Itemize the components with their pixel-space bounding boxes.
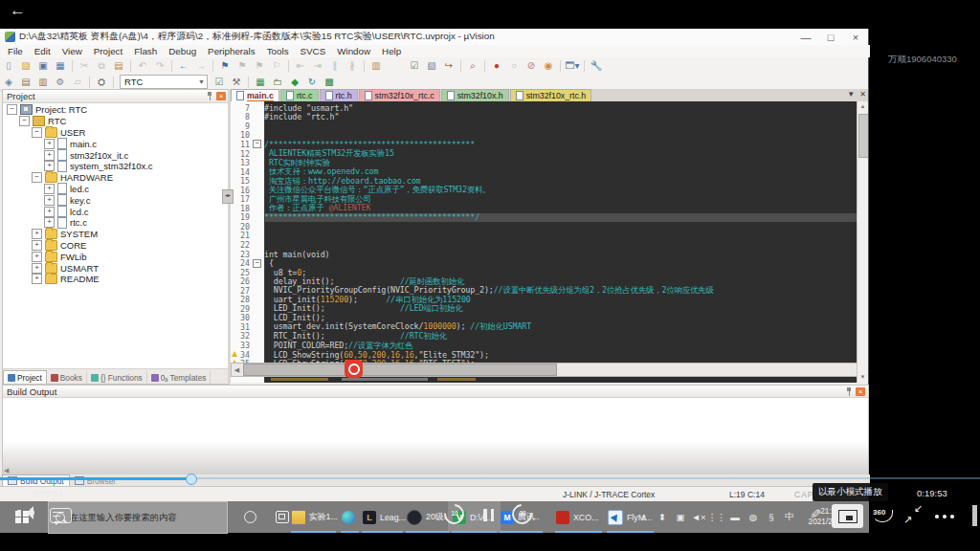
more-options-button[interactable] bbox=[935, 514, 958, 519]
forward-30-button[interactable]: 30 bbox=[512, 504, 533, 525]
expand-icon[interactable]: + bbox=[44, 150, 55, 161]
tree-item-fwlib[interactable]: +FWLib bbox=[3, 251, 229, 262]
menu-project[interactable]: Project bbox=[88, 46, 129, 56]
goto-icon[interactable]: ↪ bbox=[441, 59, 457, 72]
tree-item-stm32f10x-it-c[interactable]: +stm32f10x_it.c bbox=[3, 149, 229, 161]
build-output-content[interactable]: ◀ bbox=[3, 398, 868, 475]
expand-icon[interactable]: + bbox=[32, 263, 42, 274]
manage-runtime-env-icon[interactable]: ▦ bbox=[253, 76, 268, 88]
close-panel-icon[interactable]: × bbox=[216, 92, 226, 100]
menu-svcs[interactable]: SVCS bbox=[295, 46, 332, 56]
menu-edit[interactable]: Edit bbox=[29, 46, 56, 56]
menu-help[interactable]: Help bbox=[376, 46, 407, 56]
translate-file-icon[interactable]: ◈ bbox=[1, 76, 16, 88]
network-icon[interactable]: ◍ bbox=[745, 501, 762, 533]
unindent-icon[interactable]: ⇤ bbox=[293, 59, 308, 72]
tree-item-project-rtc[interactable]: −Project: RTC bbox=[3, 104, 229, 116]
save-icon[interactable]: ▣ bbox=[35, 59, 51, 72]
bookmark-next-icon[interactable]: ⚑ bbox=[252, 59, 267, 72]
batch-build-icon[interactable]: ⚙ bbox=[53, 76, 68, 88]
scroll-up-icon[interactable]: ▲ bbox=[858, 101, 868, 112]
collapse-icon[interactable]: − bbox=[32, 127, 42, 138]
find-symbols-icon[interactable]: ▧ bbox=[424, 59, 439, 72]
manage-project-items-icon[interactable]: 🗀 bbox=[270, 76, 285, 88]
edit-target-icon[interactable]: ⚒ bbox=[229, 76, 244, 88]
pack-installer-icon[interactable]: ▩ bbox=[322, 76, 337, 88]
tree-item-core[interactable]: +CORE bbox=[3, 240, 229, 252]
panel-tab--functions[interactable]: {} Functions bbox=[87, 371, 147, 384]
minimize-button[interactable]: — bbox=[793, 29, 818, 45]
tree-item-rtc[interactable]: −RTC bbox=[3, 116, 229, 127]
pin-icon[interactable] bbox=[844, 387, 853, 396]
comment-icon[interactable]: ∥ bbox=[327, 59, 343, 72]
rewind-10-button[interactable]: 10 bbox=[444, 504, 465, 525]
indent-icon[interactable]: ⇥ bbox=[310, 59, 325, 72]
expand-icon[interactable]: + bbox=[44, 195, 55, 206]
paste-icon[interactable]: ▤ bbox=[111, 59, 126, 72]
editor-tab-stm32f10x_rtc-h[interactable]: stm32f10x_rtc.h bbox=[510, 89, 592, 101]
panel-tab-project[interactable]: Project bbox=[3, 370, 47, 384]
tree-item-usmart[interactable]: +USMART bbox=[3, 262, 229, 274]
editor-tab-stm32f10x_rtc-c[interactable]: stm32f10x_rtc.c bbox=[359, 89, 440, 101]
menu-window[interactable]: Window bbox=[331, 46, 376, 56]
build-icon[interactable]: ▤ bbox=[18, 76, 33, 88]
cut-icon[interactable]: ✂ bbox=[77, 59, 92, 72]
panel-tab--templates[interactable]: 0ₐ Templates bbox=[147, 371, 212, 384]
taskbar-app-leag-[interactable]: LLeag... bbox=[358, 501, 407, 533]
jlink-icon[interactable]: § bbox=[763, 501, 780, 533]
microphone-icon[interactable]: ⬍ bbox=[654, 501, 671, 533]
expand-icon[interactable]: + bbox=[32, 252, 42, 262]
tab-list-icon[interactable]: ▼ bbox=[847, 90, 855, 99]
expand-icon[interactable]: + bbox=[44, 161, 55, 171]
tree-item-rtc-c[interactable]: +rtc.c bbox=[3, 217, 229, 229]
expand-icon[interactable]: + bbox=[32, 274, 42, 284]
menu-peripherals[interactable]: Peripherals bbox=[202, 46, 261, 56]
rebuild-icon[interactable]: ▥ bbox=[35, 76, 51, 88]
configure-wrench-icon[interactable]: 🔧 bbox=[589, 59, 604, 72]
taskbar-search-input[interactable]: 在这里输入你要搜索的内容 bbox=[48, 501, 228, 534]
taskbar-app-xco-[interactable]: XCO... bbox=[551, 501, 606, 533]
taskbar-app-实验1-[interactable]: 实验1... bbox=[287, 501, 340, 533]
uncomment-icon[interactable]: ∦ bbox=[345, 59, 360, 72]
download-flash-icon[interactable]: ⛭ bbox=[94, 76, 109, 88]
expand-icon[interactable]: + bbox=[32, 229, 42, 239]
speaker-mute-icon[interactable]: ◄× bbox=[690, 501, 707, 533]
tree-item-led-c[interactable]: +led.c bbox=[3, 184, 229, 195]
chevron-up-icon[interactable]: ∧ bbox=[635, 501, 653, 533]
note-pencil-button[interactable]: ✎ bbox=[807, 507, 823, 519]
menu-debug[interactable]: Debug bbox=[163, 46, 202, 56]
options-for-target-icon[interactable]: ☑ bbox=[212, 76, 227, 88]
menu-view[interactable]: View bbox=[56, 46, 88, 56]
collapse-icon[interactable]: − bbox=[7, 104, 17, 115]
navigate-forward-icon[interactable]: → bbox=[193, 59, 209, 72]
pin-icon[interactable] bbox=[205, 92, 213, 100]
menu-file[interactable]: File bbox=[2, 46, 29, 56]
fold-icon[interactable]: − bbox=[253, 259, 261, 268]
redo-icon[interactable]: ↷ bbox=[152, 59, 167, 72]
close-panel-icon[interactable]: × bbox=[856, 387, 865, 396]
splitter-handle[interactable]: ◂▸ bbox=[222, 189, 234, 204]
collapse-icon[interactable]: − bbox=[32, 172, 42, 183]
tree-item-user[interactable]: −USER bbox=[3, 127, 229, 139]
collapse-icon[interactable]: − bbox=[19, 116, 30, 126]
navigate-back-icon[interactable]: ← bbox=[176, 59, 191, 72]
fold-icon[interactable]: − bbox=[253, 140, 261, 148]
save-all-icon[interactable]: ▦ bbox=[53, 59, 68, 72]
back-button[interactable]: ← bbox=[10, 1, 26, 20]
menu-flash[interactable]: Flash bbox=[128, 46, 163, 56]
code-area[interactable]: 7#include "usmart.h"8#include "rtc.h"910… bbox=[231, 101, 868, 383]
danmaku-button[interactable] bbox=[50, 508, 72, 523]
copy-icon[interactable]: ⧉ bbox=[94, 59, 109, 72]
tree-item-system[interactable]: +SYSTEM bbox=[3, 229, 229, 240]
close-file-icon[interactable]: ✕ bbox=[859, 90, 866, 99]
manage-books-icon[interactable]: ◆ bbox=[287, 76, 302, 88]
target-select[interactable]: RTC ▼ bbox=[120, 75, 208, 89]
close-button[interactable]: × bbox=[843, 29, 868, 45]
tree-item-system-stm32f10x-c[interactable]: +system_stm32f10x.c bbox=[3, 161, 229, 172]
help-book-icon[interactable]: ▥ bbox=[368, 59, 384, 72]
volume-button[interactable] bbox=[17, 506, 36, 521]
h-scroll-thumb[interactable] bbox=[243, 364, 557, 376]
breakpoint-enable-all-icon[interactable]: ◉ bbox=[541, 59, 556, 72]
clipboard-icon[interactable]: ▣ bbox=[672, 501, 689, 533]
tree-item-key-c[interactable]: +key.c bbox=[3, 194, 229, 206]
